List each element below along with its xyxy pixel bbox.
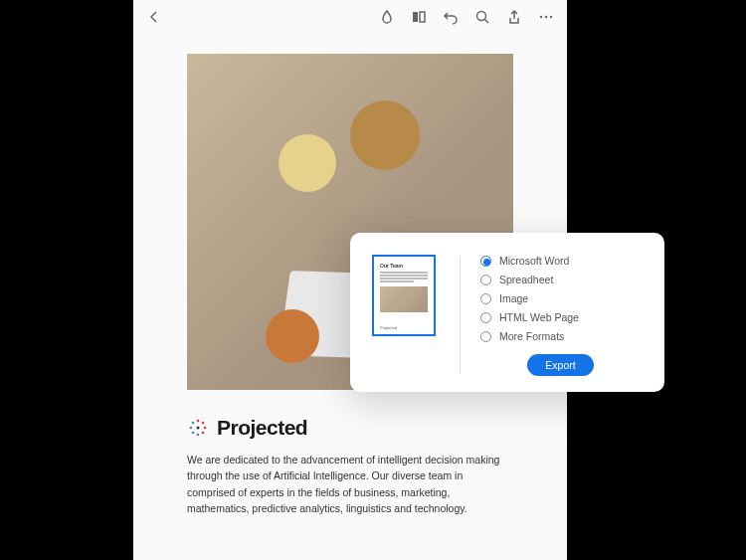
more-icon[interactable] (537, 8, 555, 26)
radio-icon (480, 293, 491, 304)
radio-label: More Formats (499, 330, 564, 342)
svg-point-4 (545, 16, 547, 18)
svg-rect-1 (420, 12, 425, 22)
svg-point-9 (190, 427, 193, 430)
svg-point-10 (197, 427, 200, 430)
svg-point-7 (192, 422, 195, 425)
svg-point-13 (202, 432, 205, 435)
svg-point-3 (540, 16, 542, 18)
body-paragraph: We are dedicated to the advancement of i… (187, 452, 513, 516)
radio-label: Spreadheet (499, 274, 553, 285)
export-options: Microsoft Word Spreadheet Image HTML Web… (480, 255, 641, 376)
thumb-logo: Projected (380, 325, 397, 330)
undo-icon[interactable] (442, 8, 460, 26)
search-icon[interactable] (473, 8, 491, 26)
document-thumbnail[interactable]: Our Team Projected (372, 255, 436, 336)
radio-icon (480, 312, 491, 323)
svg-point-5 (550, 16, 552, 18)
thumbnail-column: Our Team Projected (372, 255, 436, 376)
svg-point-6 (197, 420, 200, 423)
share-icon[interactable] (505, 8, 523, 26)
radio-icon (480, 331, 491, 342)
logo-row: Projected (187, 416, 513, 440)
radio-label: Microsoft Word (499, 255, 569, 267)
export-option-word[interactable]: Microsoft Word (480, 255, 641, 267)
svg-point-11 (204, 427, 207, 430)
back-icon[interactable] (145, 8, 163, 26)
export-panel: Our Team Projected Microsoft Word Spread… (350, 233, 664, 392)
panel-divider (460, 257, 461, 374)
svg-point-2 (477, 12, 486, 21)
export-option-image[interactable]: Image (480, 292, 641, 304)
svg-rect-0 (413, 12, 418, 22)
radio-label: Image (499, 292, 528, 304)
water-drop-icon[interactable] (378, 8, 396, 26)
panel-icon[interactable] (410, 8, 428, 26)
export-option-spreadsheet[interactable]: Spreadheet (480, 274, 641, 285)
export-option-html[interactable]: HTML Web Page (480, 311, 641, 323)
logo-mark-icon (187, 417, 209, 439)
export-button[interactable]: Export (527, 354, 593, 376)
export-option-more[interactable]: More Formats (480, 330, 641, 342)
radio-icon (480, 275, 491, 285)
svg-point-8 (202, 422, 205, 425)
svg-point-12 (192, 432, 195, 435)
svg-point-14 (197, 434, 200, 437)
radio-icon (480, 256, 491, 267)
logo-text: Projected (217, 416, 307, 440)
thumb-title: Our Team (380, 263, 428, 269)
toolbar (133, 0, 567, 34)
radio-label: HTML Web Page (499, 311, 579, 323)
